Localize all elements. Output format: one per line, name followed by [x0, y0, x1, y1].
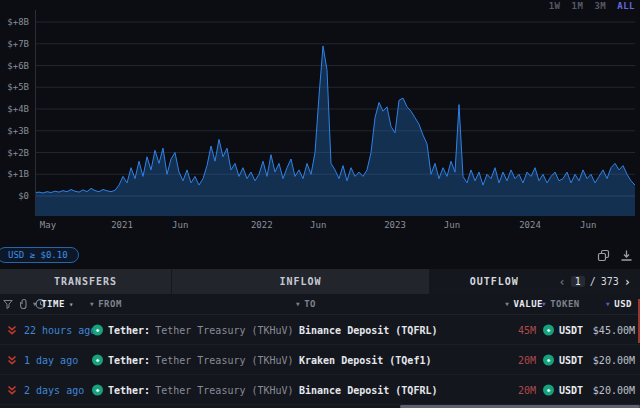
column-header-token[interactable]: ▼ TOKEN	[542, 299, 580, 309]
transfers-panel: TRANSFERS INFLOW OUTFLOW ‹ 1 / 373 › ▼ T…	[0, 269, 640, 408]
transfer-to[interactable]: Binance Deposit (TQFRL)	[299, 324, 437, 335]
table-row[interactable]: 1 day ago ◆ Tether: Tether Treasury (TKH…	[0, 345, 640, 375]
from-entity-name: Tether:	[108, 384, 150, 395]
column-label-value: VALUE	[513, 299, 543, 309]
column-header-time[interactable]: ▼ TIME ▾	[33, 299, 74, 309]
column-label-to: TO	[304, 299, 316, 309]
volume-chart-section: 1W 1M 3M ALL $+8B$+7B$+6B$+5B$+4B$+3B$+2…	[0, 0, 640, 245]
tab-outflow[interactable]: OUTFLOW	[430, 276, 558, 287]
transfer-usd: $20.00M	[563, 384, 635, 395]
transfer-time-link[interactable]: 1 day ago	[24, 354, 78, 365]
tether-logo-icon: ◆	[543, 324, 554, 335]
column-label-from: FROM	[98, 299, 122, 309]
token-filter-icon[interactable]: ▼	[542, 301, 546, 307]
copy-icon[interactable]	[597, 249, 610, 262]
x-tick-label: 2023	[384, 220, 406, 230]
chart-x-axis: May2021Jun2022Jun2023Jun2024Jun	[0, 220, 640, 234]
download-icon[interactable]	[620, 249, 633, 262]
y-tick-label: $+4B	[7, 104, 29, 114]
y-tick-label: $+3B	[7, 126, 29, 136]
column-header-value[interactable]: ▼ VALUE	[505, 299, 543, 309]
usd-filter-pill[interactable]: USD ≥ $0.10	[0, 247, 79, 263]
column-header-usd[interactable]: ▼ USD	[606, 299, 632, 309]
tab-outflow-region: OUTFLOW ‹ 1 / 373 ›	[430, 269, 640, 294]
page-next-icon[interactable]: ›	[624, 276, 631, 288]
column-label-usd: USD	[614, 299, 632, 309]
transfer-from[interactable]: ◆ Tether: Tether Treasury (TKHuV)	[92, 324, 294, 335]
from-entity-detail: Tether Treasury (TKHuV)	[155, 354, 293, 365]
transfer-value: 45M	[476, 324, 536, 335]
from-entity-name: Tether:	[108, 354, 150, 365]
transfer-time-link[interactable]: 22 hours ago	[24, 324, 96, 335]
column-label-time: TIME	[41, 299, 65, 309]
column-header-from[interactable]: ▼ FROM	[90, 299, 122, 309]
transfer-value: 20M	[476, 384, 536, 395]
table-header: ▼ TIME ▾ ▼ FROM ▼ TO ▼ VALUE ▼ TOKEN ▼ U…	[0, 294, 640, 315]
from-entity-name: Tether:	[108, 324, 150, 335]
transfer-from[interactable]: ◆ Tether: Tether Treasury (TKHuV)	[92, 384, 294, 395]
transfer-to[interactable]: Binance Deposit (TQFRL)	[299, 384, 437, 395]
x-tick-label: Jun	[580, 220, 596, 230]
value-filter-icon[interactable]: ▼	[505, 301, 509, 307]
table-row[interactable]: 22 hours ago ◆ Tether: Tether Treasury (…	[0, 315, 640, 345]
time-sort-caret-icon[interactable]: ▾	[69, 300, 74, 309]
from-filter-icon[interactable]: ▼	[90, 301, 94, 307]
to-filter-icon[interactable]: ▼	[296, 301, 300, 307]
chart-y-axis: $+8B$+7B$+6B$+5B$+4B$+3B$+2B$+1B$0	[0, 0, 31, 216]
flow-tabs: TRANSFERS INFLOW OUTFLOW ‹ 1 / 373 ›	[0, 269, 640, 294]
y-tick-label: $+2B	[7, 148, 29, 158]
page-prev-icon[interactable]: ‹	[558, 276, 565, 288]
page-total: 373	[601, 276, 619, 287]
page-current: 1	[571, 276, 585, 287]
area-chart[interactable]	[35, 0, 635, 216]
paperclip-icon[interactable]	[19, 299, 29, 310]
y-tick-label: $+1B	[7, 169, 29, 179]
column-label-token: TOKEN	[550, 299, 580, 309]
x-tick-label: 2022	[251, 220, 273, 230]
from-entity-detail: Tether Treasury (TKHuV)	[155, 384, 293, 395]
pagination: ‹ 1 / 373 ›	[558, 276, 640, 288]
x-tick-label: Jun	[172, 220, 188, 230]
outflow-arrow-icon	[7, 385, 17, 395]
tether-logo-icon: ◆	[543, 384, 554, 395]
transfer-usd: $20.00M	[563, 354, 635, 365]
chart-toolbar	[597, 249, 633, 262]
filter-funnel-icon[interactable]	[3, 299, 13, 309]
usd-filter-icon[interactable]: ▼	[606, 301, 610, 307]
x-tick-label: 2024	[519, 220, 541, 230]
tab-transfers[interactable]: TRANSFERS	[0, 269, 172, 294]
tether-logo-icon: ◆	[92, 384, 103, 395]
table-row[interactable]: 2 days ago ◆ Tether: Tether Treasury (TK…	[0, 375, 640, 405]
y-tick-label: $+5B	[7, 82, 29, 92]
transfer-to[interactable]: Kraken Deposit (TQef1)	[299, 354, 431, 365]
transfer-usd: $45.00M	[563, 324, 635, 335]
outflow-arrow-icon	[7, 325, 17, 335]
y-tick-label: $+6B	[7, 61, 29, 71]
y-tick-label: $+7B	[7, 39, 29, 49]
x-tick-label: Jun	[444, 220, 460, 230]
x-tick-label: 2021	[111, 220, 133, 230]
from-entity-detail: Tether Treasury (TKHuV)	[155, 324, 293, 335]
y-tick-label: $+8B	[7, 17, 29, 27]
transfer-from[interactable]: ◆ Tether: Tether Treasury (TKHuV)	[92, 354, 294, 365]
x-tick-label: Jun	[310, 220, 326, 230]
column-header-to[interactable]: ▼ TO	[296, 299, 316, 309]
tether-logo-icon: ◆	[92, 324, 103, 335]
time-filter-icon[interactable]: ▼	[33, 301, 37, 307]
outflow-arrow-icon	[7, 355, 17, 365]
y-tick-label: $0	[18, 191, 29, 201]
tether-logo-icon: ◆	[543, 354, 554, 365]
transfer-time-link[interactable]: 2 days ago	[24, 384, 84, 395]
tab-inflow[interactable]: INFLOW	[172, 269, 430, 294]
transfer-value: 20M	[476, 354, 536, 365]
arkham-dashboard: { "range_buttons": [ {"label":"1W","acti…	[0, 0, 640, 408]
tether-logo-icon: ◆	[92, 354, 103, 365]
page-separator: /	[590, 276, 596, 287]
x-tick-label: May	[40, 220, 56, 230]
